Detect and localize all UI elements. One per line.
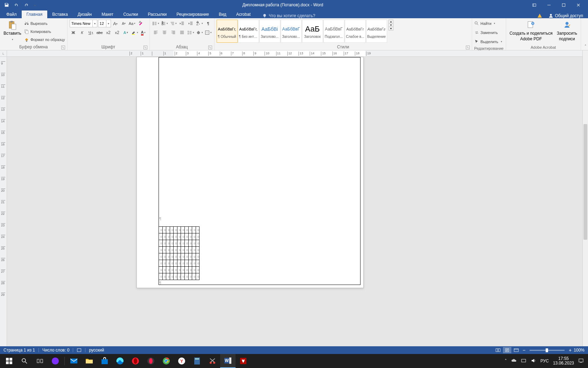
tab-home[interactable]: Главная (22, 11, 48, 18)
table-cell[interactable]: ¤ (166, 247, 170, 253)
table-cell[interactable]: ¤ (196, 260, 200, 267)
tab-file[interactable]: Файл (1, 11, 22, 18)
subscript-icon[interactable]: x2 (105, 29, 112, 36)
taskbar-app-opera[interactable] (128, 354, 143, 368)
table-cell[interactable]: ¤ (174, 273, 177, 280)
table-cell[interactable]: ¤ (162, 260, 166, 267)
table-cell[interactable]: ¤ (196, 227, 200, 233)
table-cell[interactable]: ¤ (170, 253, 174, 260)
table-cell[interactable]: ¤ (170, 260, 174, 267)
table-cell[interactable]: ¤ (177, 247, 181, 253)
table-cell[interactable]: ¤ (159, 227, 163, 233)
search-button[interactable] (17, 354, 32, 368)
redo-icon[interactable] (24, 2, 29, 7)
scrollbar-thumb[interactable] (583, 124, 587, 240)
table-cell[interactable]: ¤ (170, 240, 174, 247)
table-cell[interactable]: ¤ (159, 247, 163, 253)
taskbar-app-operagx[interactable] (143, 354, 159, 368)
horizontal-ruler[interactable]: 2112345678910111213141516171819 (7, 50, 582, 57)
table-cell[interactable]: ¤ (181, 233, 185, 240)
table-cell[interactable]: ¤ (177, 273, 181, 280)
tray-volume-icon[interactable] (531, 358, 536, 364)
word-count[interactable]: Число слов: 0 (42, 348, 69, 353)
save-icon[interactable] (4, 2, 9, 7)
taskbar-app-calculator[interactable] (189, 354, 205, 368)
tray-notifications-icon[interactable] (578, 358, 584, 364)
gallery-down-icon[interactable]: ▾ (389, 23, 393, 27)
table-cell[interactable]: ¤ (192, 227, 196, 233)
table-cell[interactable]: ¤ (159, 273, 163, 280)
tab-layout[interactable]: Макет (97, 11, 118, 18)
table-cell[interactable]: ¤ (181, 227, 185, 233)
start-button[interactable] (1, 354, 17, 368)
table-cell[interactable]: ¤ (170, 227, 174, 233)
zoom-out-icon[interactable]: − (523, 347, 525, 353)
table-cell[interactable]: ¤ (184, 253, 188, 260)
style-item[interactable]: АаБЗаголовок (302, 20, 323, 43)
table-cell[interactable]: ¤ (181, 253, 185, 260)
table-cell[interactable]: ¤ (174, 240, 177, 247)
table-cell[interactable]: ¤ (166, 260, 170, 267)
taskbar-app-word[interactable]: W (220, 354, 236, 368)
table-cell[interactable]: ¤ (174, 247, 177, 253)
table-cell[interactable]: ¤ (166, 233, 170, 240)
table-cell[interactable]: ¤ (162, 227, 166, 233)
font-size-dropdown-icon[interactable]: ▾ (106, 20, 111, 27)
highlight-icon[interactable] (131, 29, 139, 36)
ribbon-display-options-icon[interactable] (527, 0, 541, 10)
paragraph-launcher-icon[interactable]: ⤡ (208, 46, 212, 49)
table-cell[interactable]: ¤ (174, 233, 177, 240)
zoom-thumb[interactable] (546, 348, 548, 352)
table-cell[interactable]: ¤ (166, 267, 170, 273)
underline-button[interactable]: Ч (87, 29, 95, 36)
table-cell[interactable]: ¤ (174, 267, 177, 273)
font-launcher-icon[interactable]: ⤡ (144, 46, 147, 49)
table-cell[interactable]: ¤ (196, 273, 200, 280)
table-cell[interactable]: ¤ (188, 233, 192, 240)
table-cell[interactable]: ¤ (177, 233, 181, 240)
taskbar-app-yandex[interactable] (48, 354, 63, 368)
proofing-icon[interactable] (77, 348, 82, 353)
replace-button[interactable]: Заменить (474, 29, 498, 36)
superscript-icon[interactable]: x2 (113, 29, 121, 36)
tab-view[interactable]: Вид (214, 11, 231, 18)
table-cell[interactable]: ¤ (181, 260, 185, 267)
table-cell[interactable]: ¤ (188, 260, 192, 267)
zoom-in-icon[interactable]: + (569, 347, 572, 353)
taskbar-app-acrobat[interactable] (236, 354, 251, 368)
language-indicator[interactable]: русский (89, 348, 104, 353)
request-signatures-button[interactable]: Запросить подписи (555, 20, 579, 42)
italic-button[interactable]: К (78, 29, 86, 36)
collapse-ribbon-icon[interactable]: ˄ (584, 44, 587, 49)
borders-icon[interactable] (204, 29, 212, 36)
increase-indent-icon[interactable] (187, 20, 195, 27)
taskbar-app-yandex-browser[interactable]: Y (174, 354, 189, 368)
style-item[interactable]: АаБбВіЗаголово... (259, 20, 280, 43)
table-cell[interactable]: ¤ (184, 233, 188, 240)
tab-insert[interactable]: Вставка (47, 11, 73, 18)
table-cell[interactable]: ¤ (188, 273, 192, 280)
table-cell[interactable]: ¤ (184, 240, 188, 247)
table-cell[interactable]: ¤ (159, 267, 163, 273)
numbering-icon[interactable]: 123 (161, 20, 168, 27)
paste-button[interactable]: Вставить (2, 20, 23, 42)
font-name-input[interactable] (70, 20, 92, 27)
grow-font-icon[interactable]: A▴ (112, 20, 119, 27)
decrease-indent-icon[interactable] (178, 20, 186, 27)
table-cell[interactable]: ¤ (184, 227, 188, 233)
taskbar-app-chrome[interactable] (159, 354, 174, 368)
maximize-icon[interactable] (556, 0, 570, 10)
align-right-icon[interactable] (169, 29, 177, 36)
zoom-level[interactable]: 100% (574, 348, 584, 353)
sort-icon[interactable]: AZ (196, 20, 203, 27)
table-cell[interactable]: ¤ (162, 253, 166, 260)
table-cell[interactable]: ¤ (192, 247, 196, 253)
table-cell[interactable]: ¤ (188, 227, 192, 233)
table-cell[interactable]: ¤ (196, 267, 200, 273)
justify-icon[interactable] (178, 29, 186, 36)
table-cell[interactable]: ¤ (159, 233, 163, 240)
taskbar-app-edge[interactable] (112, 354, 128, 368)
gallery-more-icon[interactable]: ▾ (389, 27, 393, 30)
table-cell[interactable]: ¤ (188, 240, 192, 247)
styles-gallery[interactable]: АаБбВвГг,¶ ОбычныйАаБбВвГг,¶ Без инте...… (217, 20, 387, 43)
